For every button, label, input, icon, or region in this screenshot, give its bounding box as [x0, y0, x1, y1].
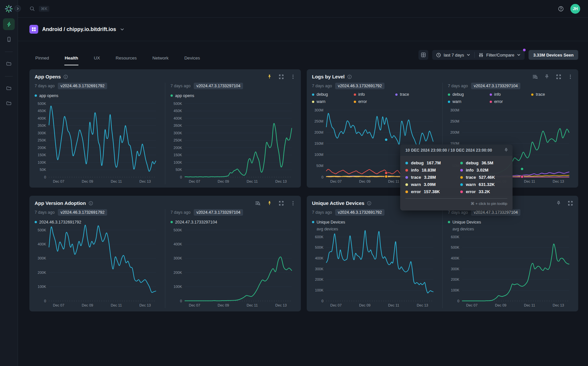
svg-text:100K: 100K — [451, 288, 459, 292]
more-options-button[interactable] — [290, 201, 296, 206]
info-icon[interactable] — [89, 201, 93, 206]
timeframe-label: 7 days ago — [171, 210, 190, 215]
sidebar-item-folder-1[interactable] — [3, 58, 15, 70]
legend-item-error[interactable]: error — [490, 99, 531, 104]
expand-button[interactable] — [279, 201, 284, 206]
legend-item-debug[interactable]: debug — [448, 92, 490, 97]
sidebar-item-folder-2[interactable] — [3, 82, 15, 94]
tab-devices[interactable]: Devices — [184, 44, 200, 65]
svg-text:Dec 13: Dec 13 — [417, 303, 428, 307]
tab-pinned[interactable]: Pinned — [35, 44, 49, 65]
legend-item[interactable]: 2024.47.3.1733297104 — [171, 220, 217, 225]
search-logs-button[interactable] — [255, 201, 260, 206]
legend-item[interactable]: 2024.46.3.1732691792 — [35, 220, 81, 225]
svg-text:Dec 07: Dec 07 — [53, 303, 64, 307]
tooltip-row-warn: warn3.09M — [405, 182, 450, 187]
sidebar-item-app-health[interactable] — [3, 18, 15, 30]
bitdrift-logo[interactable] — [4, 4, 14, 14]
version-badge: v2024.47.3.1733297104 — [194, 209, 243, 216]
version-badge: v2024.47.3.1733297104 — [194, 83, 243, 89]
svg-text:500K: 500K — [173, 228, 182, 232]
global-search[interactable]: ⌘K — [29, 6, 49, 12]
expand-button[interactable] — [556, 74, 561, 79]
panel-title: Logs by Level — [312, 74, 345, 79]
svg-text:250K: 250K — [173, 138, 182, 142]
pin-button[interactable] — [544, 74, 549, 79]
line-chart-unique-a[interactable]: 600K500K400K300K200K100K0Dec 07Dec 09Dec… — [312, 233, 437, 308]
version-badge: v2024.46.3.1732691792 — [335, 83, 384, 89]
chevron-down-icon — [517, 53, 521, 57]
tooltip-pin-hint: ⌘ + click to pin tooltip — [405, 198, 507, 207]
app-switcher-caret[interactable] — [120, 27, 124, 32]
line-chart-app-opens-b[interactable]: 500K450K400K350K300K250K200K150K100K50K0… — [171, 99, 296, 184]
svg-text:0: 0 — [321, 175, 323, 179]
legend-item-info[interactable]: info — [354, 92, 396, 97]
panel-title: Unique Active Devices — [312, 200, 364, 206]
devices-seen-button[interactable]: 3.33M Devices Seen — [529, 50, 578, 60]
svg-text:400K: 400K — [38, 116, 46, 120]
panel-app-opens: App Opens 7 days ago v2024.46.3.17326917… — [29, 69, 301, 188]
svg-text:Dec 11: Dec 11 — [247, 303, 258, 307]
layout-grid-button[interactable] — [418, 50, 428, 60]
svg-text:300K: 300K — [173, 131, 182, 135]
panel-app-version-adoption: App Version Adoption 7 days ago v2024.46… — [29, 196, 301, 311]
legend-item-warn[interactable]: warn — [448, 99, 490, 104]
date-range-label: last 7 days — [444, 53, 464, 58]
chevron-down-icon — [120, 27, 124, 32]
svg-text:0: 0 — [457, 299, 459, 303]
line-chart-app-opens-a[interactable]: 500K450K400K350K300K250K200K150K100K50K0… — [35, 99, 160, 184]
sliders-icon — [479, 53, 483, 58]
legend-item-avg-devices[interactable]: avg devices — [448, 227, 573, 231]
svg-text:500K: 500K — [451, 245, 459, 249]
tab-network[interactable]: Network — [152, 44, 169, 65]
info-icon[interactable] — [367, 201, 371, 206]
expand-button[interactable] — [279, 74, 284, 79]
svg-text:0: 0 — [180, 175, 182, 179]
legend-item-trace[interactable]: trace — [395, 92, 437, 97]
tab-health[interactable]: Health — [64, 44, 78, 65]
date-range-dropdown[interactable]: last 7 days — [432, 50, 474, 60]
tab-ux[interactable]: UX — [93, 44, 100, 65]
tab-resources[interactable]: Resources — [115, 44, 137, 65]
pin-icon — [504, 148, 509, 153]
line-chart-unique-b[interactable]: 600K500K400K300K200K100K0Dec 07Dec 09Dec… — [448, 233, 573, 308]
tooltip-pin-button[interactable] — [504, 148, 509, 153]
sidebar-item-folder-3[interactable] — [3, 97, 15, 109]
legend-item-info[interactable]: info — [490, 92, 531, 97]
subchart-version-a: 7 days ago v2024.46.3.1732691792 app ope… — [35, 83, 165, 184]
more-options-button[interactable] — [290, 74, 296, 79]
legend-item-warn[interactable]: warn — [312, 99, 354, 104]
search-logs-button[interactable] — [532, 74, 538, 79]
legend-item[interactable]: app opens — [171, 93, 194, 98]
legend-item-avg-devices[interactable]: avg devices — [312, 227, 437, 231]
legend-item[interactable]: app opens — [35, 93, 58, 98]
sidebar-item-devices[interactable] — [3, 33, 15, 45]
user-avatar[interactable]: JH — [570, 4, 580, 14]
svg-text:300K: 300K — [451, 267, 459, 271]
legend-item-error[interactable]: error — [354, 99, 396, 104]
more-options-button[interactable] — [568, 74, 573, 79]
help-button[interactable] — [558, 6, 564, 12]
legend-item-trace[interactable]: trace — [531, 92, 573, 97]
version-badge: v2024.47.3.1733297104 — [471, 83, 520, 89]
expand-button[interactable] — [568, 201, 573, 206]
info-icon[interactable] — [347, 75, 352, 79]
svg-text:300M: 300M — [450, 108, 459, 112]
svg-text:500K: 500K — [38, 228, 46, 232]
legend-item-unique-devices[interactable]: Unique Devices — [448, 220, 481, 225]
sidebar-expand-button[interactable] — [14, 5, 21, 12]
filter-compare-dropdown[interactable]: Filter/Compare — [475, 50, 525, 60]
info-icon[interactable] — [63, 75, 68, 79]
help-icon — [558, 6, 564, 12]
pin-button[interactable] — [267, 74, 272, 79]
svg-text:Dec 13: Dec 13 — [139, 303, 151, 307]
expand-icon — [568, 201, 573, 206]
legend-item-debug[interactable]: debug — [312, 92, 354, 97]
line-chart-adoption-a[interactable]: 500K400K300K200K100K0Dec 07Dec 09Dec 11D… — [35, 226, 160, 308]
legend-item-unique-devices[interactable]: Unique Devices — [312, 220, 345, 225]
svg-text:300K: 300K — [38, 256, 46, 260]
filter-pill: last 7 days Filter/Compare — [432, 50, 525, 60]
pin-button[interactable] — [556, 201, 561, 206]
pin-button[interactable] — [267, 201, 272, 206]
line-chart-adoption-b[interactable]: 500K400K300K200K100K0Dec 07Dec 09Dec 11D… — [171, 226, 296, 308]
